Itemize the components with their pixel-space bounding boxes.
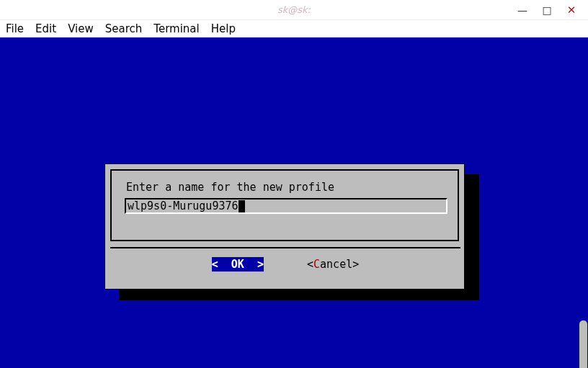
menu-search[interactable]: Search [105, 22, 143, 35]
menu-file[interactable]: File [6, 22, 24, 35]
dialog-button-row: < OK > <Cancel> [105, 254, 466, 274]
profile-name-value: wlp9s0-Murugu9376 [128, 199, 245, 212]
window-controls: — □ ✕ [510, 0, 584, 20]
menu-edit[interactable]: Edit [35, 22, 56, 35]
window-title: sk@sk: [277, 4, 311, 15]
menu-help[interactable]: Help [211, 22, 236, 35]
profile-name-dialog: Enter a name for the new profile wlp9s0-… [104, 163, 465, 290]
vertical-scrollbar[interactable] [579, 320, 587, 368]
ok-button[interactable]: < OK > [212, 257, 264, 271]
menu-terminal[interactable]: Terminal [153, 22, 199, 35]
maximize-button[interactable]: □ [535, 2, 559, 18]
menu-view[interactable]: View [68, 22, 94, 35]
dialog-prompt: Enter a name for the new profile [126, 181, 334, 194]
profile-name-input[interactable]: wlp9s0-Murugu9376 [125, 198, 447, 214]
cancel-button[interactable]: <Cancel> [307, 258, 359, 271]
dialog-separator [110, 247, 460, 248]
text-cursor [239, 200, 245, 212]
dialog-frame: Enter a name for the new profile wlp9s0-… [110, 169, 459, 241]
minimize-button[interactable]: — [510, 2, 535, 18]
terminal-content: Enter a name for the new profile wlp9s0-… [0, 37, 588, 368]
window-titlebar: sk@sk: — □ ✕ [0, 0, 588, 20]
menu-bar: File Edit View Search Terminal Help [0, 20, 588, 37]
close-button[interactable]: ✕ [559, 2, 584, 18]
